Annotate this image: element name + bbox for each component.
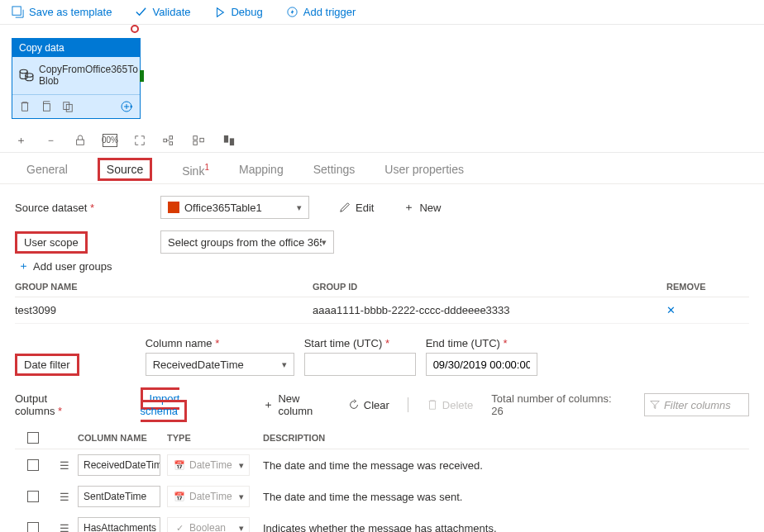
copy-data-activity[interactable]: Copy data CopyFromOffice365To Blob <box>12 38 141 119</box>
chevron-down-icon: ▾ <box>239 460 244 471</box>
filter-icon <box>650 400 660 410</box>
group-id-cell: aaaa1111-bbbb-2222-cccc-dddeeee3333 <box>313 304 666 316</box>
chevron-down-icon: ▾ <box>322 237 327 248</box>
add-user-groups-button[interactable]: ＋Add user groups <box>18 259 749 273</box>
clear-columns-button[interactable]: Clear <box>348 399 389 411</box>
validate-label: Validate <box>152 6 190 18</box>
end-time-input[interactable] <box>426 353 537 376</box>
new-dataset-button[interactable]: ＋New <box>403 200 441 215</box>
tab-settings[interactable]: Settings <box>298 156 370 184</box>
type-icon: 📅 <box>173 492 186 502</box>
svg-rect-8 <box>77 140 84 145</box>
output-columns-label: Output columns * <box>15 392 89 417</box>
svg-rect-15 <box>224 135 228 143</box>
check-icon <box>135 6 147 18</box>
row-checkbox[interactable] <box>27 522 39 532</box>
clone-icon[interactable] <box>41 101 52 112</box>
column-description: Indicates whether the message has attach… <box>263 522 749 532</box>
svg-rect-11 <box>170 142 173 145</box>
refresh-icon <box>348 399 360 411</box>
lightning-icon <box>286 6 298 18</box>
zoom-fit-icon[interactable]: 00% <box>103 134 117 147</box>
autolayout-icon[interactable] <box>162 134 177 147</box>
user-scope-dropdown[interactable]: Select groups from the office 365 ten...… <box>160 230 334 254</box>
copy-icon[interactable] <box>62 101 74 112</box>
add-trigger-button[interactable]: Add trigger <box>286 6 356 18</box>
row-checkbox[interactable] <box>27 491 39 502</box>
start-time-label: Start time (UTC) * <box>304 337 416 349</box>
activity-actions <box>12 94 140 118</box>
chevron-down-icon: ▾ <box>282 359 287 370</box>
type-icon: ✓ <box>173 523 186 532</box>
column-name-input[interactable]: SentDateTime <box>78 486 160 507</box>
column-name-input[interactable]: HasAttachments <box>78 517 160 532</box>
source-dataset-dropdown[interactable]: Office365Table1▾ <box>160 196 309 219</box>
debug-button[interactable]: Debug <box>213 6 262 18</box>
save-as-template-button[interactable]: Save as template <box>12 6 112 18</box>
filter-columns-input[interactable]: Filter columns <box>644 393 749 416</box>
svg-point-2 <box>20 70 27 74</box>
delete-icon[interactable] <box>19 101 31 112</box>
copy-activity-icon <box>19 68 34 83</box>
tab-user-properties[interactable]: User properties <box>370 156 479 184</box>
start-time-input[interactable] <box>304 353 416 376</box>
chevron-down-icon: ▾ <box>239 492 244 502</box>
svg-rect-9 <box>164 139 167 142</box>
user-groups-header: Group name Group ID Remove <box>15 282 749 297</box>
column-name-input[interactable]: ReceivedDateTim <box>78 454 160 476</box>
activity-tabs: General Source Sink1 Mapping Settings Us… <box>0 153 764 185</box>
row-checkbox[interactable] <box>27 459 39 471</box>
drag-handle-icon[interactable]: ☰ <box>51 522 78 532</box>
user-group-row: test3099 aaaa1111-bbbb-2222-cccc-dddeeee… <box>15 297 749 324</box>
save-template-icon <box>12 6 24 18</box>
activity-name: CopyFromOffice365To Blob <box>39 64 138 88</box>
column-row: ☰ SentDateTime 📅DateTime▾ The date and t… <box>15 481 749 512</box>
office365-icon <box>168 202 179 213</box>
plus-icon: ＋ <box>263 397 274 412</box>
tab-general[interactable]: General <box>12 156 83 184</box>
tab-source[interactable]: Source <box>83 156 167 184</box>
drag-handle-icon[interactable]: ☰ <box>51 459 78 472</box>
activity-connector-success[interactable] <box>140 70 144 82</box>
lock-icon[interactable] <box>73 134 88 147</box>
svg-rect-10 <box>170 135 173 139</box>
edit-dataset-button[interactable]: Edit <box>339 202 374 214</box>
drag-handle-icon[interactable]: ☰ <box>51 491 78 503</box>
column-row: ☰ ReceivedDateTim 📅DateTime▾ The date an… <box>15 449 749 481</box>
validation-error-indicator[interactable] <box>131 25 139 33</box>
delete-column-button: Delete <box>427 399 474 411</box>
select-all-checkbox[interactable] <box>27 432 39 444</box>
activity-type-label: Copy data <box>12 39 140 57</box>
svg-rect-4 <box>44 103 50 111</box>
svg-rect-0 <box>12 7 21 15</box>
validate-button[interactable]: Validate <box>135 6 190 18</box>
total-columns-label: Total number of columns: 26 <box>491 392 613 417</box>
arrange-icon[interactable] <box>222 134 236 147</box>
toggle-icon[interactable] <box>192 134 207 147</box>
date-filter-column-dropdown[interactable]: ReceivedDateTime▾ <box>146 353 294 376</box>
user-scope-label: User scope <box>15 236 147 249</box>
add-output-icon[interactable] <box>120 100 133 113</box>
pencil-icon <box>339 202 351 213</box>
svg-rect-16 <box>230 138 234 145</box>
trash-icon <box>427 399 438 411</box>
new-column-button[interactable]: ＋New column <box>263 392 329 417</box>
remove-group-button[interactable]: ✕ <box>666 304 676 316</box>
column-type-dropdown[interactable]: ✓Boolean▾ <box>167 517 250 532</box>
column-type-dropdown[interactable]: 📅DateTime▾ <box>167 454 250 476</box>
group-name-cell: test3099 <box>15 304 313 316</box>
zoom-out-icon[interactable]: － <box>43 134 58 147</box>
import-schema-button[interactable]: Import schema <box>141 392 221 417</box>
tab-sink[interactable]: Sink1 <box>167 156 224 184</box>
zoom-in-icon[interactable]: ＋ <box>13 134 28 147</box>
tab-mapping[interactable]: Mapping <box>224 156 298 184</box>
add-trigger-label: Add trigger <box>303 6 356 18</box>
play-icon <box>213 6 226 18</box>
column-type-dropdown[interactable]: 📅DateTime▾ <box>167 486 250 507</box>
save-template-label: Save as template <box>29 6 112 18</box>
pipeline-canvas[interactable]: Copy data CopyFromOffice365To Blob <box>0 25 764 126</box>
svg-point-3 <box>26 74 33 78</box>
column-description: The date and time the message was sent. <box>263 491 749 503</box>
fullscreen-icon[interactable] <box>132 134 147 147</box>
source-dataset-label: Source dataset * <box>15 202 147 214</box>
